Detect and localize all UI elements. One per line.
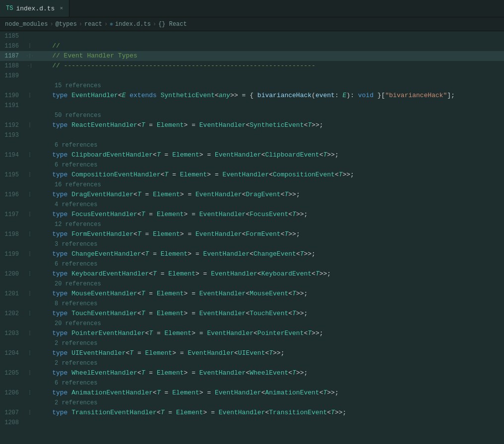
breadcrumb-node-modules[interactable]: node_modules (5, 21, 48, 28)
code-content: type PointerEventHandler<T = Element> = … (35, 329, 504, 338)
ref-text[interactable]: 20 references (45, 319, 101, 329)
line-number: 1203 (0, 329, 25, 338)
gutter: | (25, 329, 35, 338)
ref-line: 6 references (0, 378, 504, 388)
breadcrumb-react-ns: {} React (158, 21, 187, 28)
gutter: ·| (25, 61, 35, 71)
line-number: 1205 (0, 368, 25, 378)
line-number: 1186 (0, 41, 25, 51)
line-number: 1199 (0, 249, 25, 259)
code-line: 1201 | type MouseEventHandler<T = Elemen… (0, 289, 504, 299)
gutter: | (25, 41, 35, 51)
gutter: | (25, 120, 35, 130)
ref-text[interactable]: 6 references (45, 378, 97, 388)
ref-text[interactable]: 16 references (45, 180, 101, 190)
line-number: 1204 (0, 348, 25, 358)
ref-line: 3 references (0, 239, 504, 249)
ref-line: 2 references (0, 338, 504, 348)
active-tab[interactable]: TS index.d.ts × (0, 0, 69, 17)
code-line: 1193 (0, 130, 504, 140)
tab-filename: index.d.ts (16, 5, 55, 12)
tab-file-icon: TS (6, 5, 13, 12)
ref-text[interactable]: 20 references (45, 279, 101, 289)
code-line: 1197 | type FocusEventHandler<T = Elemen… (0, 210, 504, 220)
ref-line: 20 references (0, 279, 504, 289)
line-number: 1193 (0, 130, 25, 140)
ref-text[interactable]: 2 references (45, 398, 97, 408)
line-number: 1195 (0, 170, 25, 180)
code-line: 1186 | // (0, 41, 504, 51)
code-content: type TouchEventHandler<T = Element> = Ev… (35, 309, 504, 319)
gutter: | (25, 229, 35, 239)
ref-text[interactable]: 4 references (45, 200, 97, 210)
code-line: 1189 (0, 71, 504, 81)
line-number: 1197 (0, 210, 25, 220)
tab-close-button[interactable]: × (60, 5, 63, 11)
line-number: 1191 (0, 101, 25, 111)
line-number: 1185 (0, 31, 25, 41)
code-content: type FormEventHandler<T = Element> = Eve… (35, 229, 504, 239)
code-content: // (35, 41, 504, 51)
code-line: 1199 | type ChangeEventHandler<T = Eleme… (0, 249, 504, 259)
code-content: type AnimationEventHandler<T = Element> … (35, 388, 504, 398)
ref-line: 6 references (0, 140, 504, 150)
ref-text[interactable]: 6 references (45, 140, 97, 150)
code-line: 1190 | type EventHandler<E extends Synth… (0, 91, 504, 101)
gutter: ·|· (25, 51, 35, 61)
code-content: type DragEventHandler<T = Element> = Eve… (35, 190, 504, 200)
code-line: 1195 | type CompositionEventHandler<T = … (0, 170, 504, 180)
ref-text[interactable]: 3 references (45, 239, 97, 249)
code-line: 1194 | type ClipboardEventHandler<T = El… (0, 150, 504, 160)
code-line: 1198 | type FormEventHandler<T = Element… (0, 229, 504, 239)
line-number: 1190 (0, 91, 25, 101)
breadcrumb-sep-4: › (153, 21, 156, 28)
gutter: | (25, 388, 35, 398)
gutter: | (25, 249, 35, 259)
ref-line: 12 references (0, 220, 504, 229)
ref-line: 15 references (0, 81, 504, 91)
line-number: 1202 (0, 309, 25, 319)
line-number: 1189 (0, 71, 25, 81)
code-content: type MouseEventHandler<T = Element> = Ev… (35, 289, 504, 299)
ref-text[interactable]: 8 references (45, 299, 97, 309)
gutter: | (25, 289, 35, 299)
ref-line: 4 references (0, 200, 504, 210)
code-line: 1185 (0, 31, 504, 41)
ref-text[interactable]: 2 references (45, 358, 97, 368)
breadcrumb-react[interactable]: react (84, 21, 102, 28)
code-content: type CompositionEventHandler<T = Element… (35, 170, 504, 180)
code-content: // -------------------------------------… (35, 61, 504, 71)
ref-line: 6 references (0, 160, 504, 170)
breadcrumb-sep-3: › (104, 21, 108, 28)
line-number: 1192 (0, 120, 25, 130)
ref-line: 2 references (0, 398, 504, 408)
code-line: 1187 ·|· // Event Handler Types (0, 51, 504, 61)
line-number: 1198 (0, 229, 25, 239)
code-content: type WheelEventHandler<T = Element> = Ev… (35, 368, 504, 378)
ref-text[interactable]: 6 references (45, 259, 97, 269)
breadcrumb-sep-2: › (79, 21, 82, 28)
line-number: 1201 (0, 289, 25, 299)
code-content: // Event Handler Types (35, 51, 504, 61)
ref-text[interactable]: 15 references (45, 81, 101, 91)
breadcrumb-types[interactable]: @types (56, 21, 77, 28)
code-line: 1191 (0, 101, 504, 111)
line-number: 1208 (0, 418, 25, 428)
breadcrumb-file[interactable]: index.d.ts (115, 21, 151, 28)
breadcrumb-react-icon: ⚛ (110, 21, 113, 27)
code-line: 1208 (0, 418, 504, 428)
code-content: type ChangeEventHandler<T = Element> = E… (35, 249, 504, 259)
code-line: 1205 | type WheelEventHandler<T = Elemen… (0, 368, 504, 378)
ref-text[interactable]: 50 references (45, 111, 101, 120)
gutter: | (25, 348, 35, 358)
gutter: | (25, 91, 35, 101)
line-number: 1206 (0, 388, 25, 398)
ref-text[interactable]: 6 references (45, 160, 97, 170)
ref-text[interactable]: 12 references (45, 220, 101, 229)
line-number: 1207 (0, 408, 25, 418)
code-container[interactable]: 1185 1186 | // 1187 ·|· // Event Handler… (0, 31, 504, 444)
gutter: | (25, 368, 35, 378)
code-line: 1204 | type UIEventHandler<T = Element> … (0, 348, 504, 358)
ref-text[interactable]: 2 references (45, 338, 97, 348)
ref-line: 6 references (0, 259, 504, 269)
